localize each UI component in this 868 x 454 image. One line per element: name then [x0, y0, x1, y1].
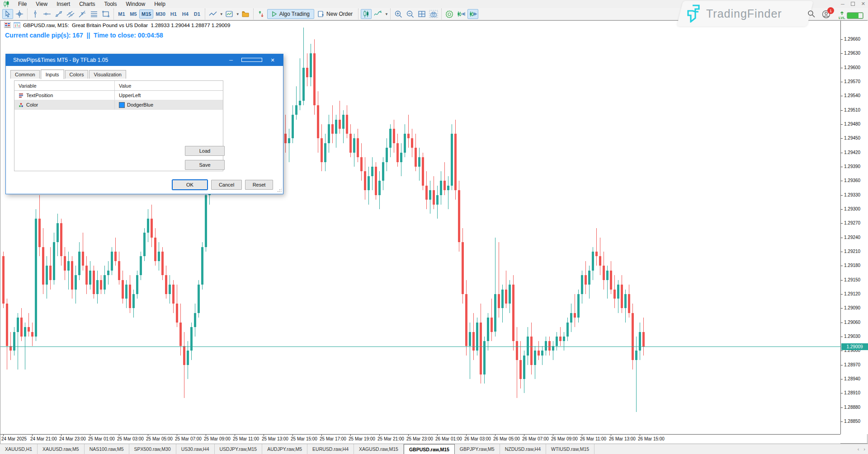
timeframe-m30-button[interactable]: M30 [153, 9, 167, 19]
timeframe-d1-button[interactable]: D1 [191, 9, 203, 19]
candle [122, 271, 124, 304]
candle [129, 275, 131, 313]
window-close-button[interactable]: ✕ [861, 1, 865, 7]
tab-scroll-left-icon[interactable]: ‹ [858, 446, 859, 452]
search-icon[interactable] [807, 10, 815, 19]
menu-item-charts[interactable]: Charts [75, 0, 99, 8]
algo-trading-button[interactable]: Algo Trading [267, 9, 314, 19]
tile-windows-button[interactable] [416, 9, 427, 19]
table-row[interactable]: TextPosition UpperLeft [14, 91, 223, 100]
indicators-caret-icon[interactable]: ▼ [385, 12, 388, 16]
strategy-tester-gear-button[interactable] [444, 9, 455, 19]
dialog-tab-inputs[interactable]: Inputs [41, 70, 64, 79]
y-axis-label: 1.28970 [844, 362, 860, 367]
candle [67, 252, 70, 290]
step-back-button[interactable] [467, 9, 478, 19]
equidistant-channel-tool-button[interactable] [65, 9, 76, 19]
tick-arrows-icon[interactable] [256, 9, 267, 19]
profiles-folder-button[interactable] [240, 9, 251, 19]
menu-item-tools[interactable]: Tools [100, 0, 122, 8]
window-minimize-button[interactable]: ─ [841, 1, 844, 7]
candle [125, 280, 127, 309]
menu-item-help[interactable]: Help [150, 0, 170, 8]
chart-tab-nzdusd-raw-h4[interactable]: NZDUSD.raw,H4 [500, 444, 546, 454]
shapes-tool-button[interactable] [100, 9, 111, 19]
save-button[interactable]: Save [185, 160, 225, 170]
candle [628, 285, 630, 318]
chart-tab-usdjpy-raw-m15[interactable]: USDJPY.raw,M15 [215, 444, 263, 454]
indicators-list-button[interactable] [373, 9, 383, 19]
chart-tab-spx500-raw-m30[interactable]: SPX500.raw,M30 [129, 444, 176, 454]
menu-item-file[interactable]: File [14, 0, 31, 8]
timeframe-m1-button[interactable]: M1 [116, 9, 127, 19]
chart-tab-xauusd-raw-m5[interactable]: XAUUSD.raw,M5 [38, 444, 85, 454]
reset-button[interactable]: Reset [245, 180, 273, 190]
andrews-pitchfork-tool-button[interactable] [77, 9, 88, 19]
chart-tab-xagusd-raw-m15[interactable]: XAGUSD.raw,M15 [354, 444, 404, 454]
chart-tab-gbpjpy-raw-m5[interactable]: GBPJPY.raw,M5 [455, 444, 500, 454]
x-axis-label: 26 Mar 09:00 [551, 436, 578, 441]
new-order-button[interactable]: New Order [314, 9, 356, 19]
trendline-tool-button[interactable] [53, 9, 64, 19]
dialog-tab-common[interactable]: Common [10, 70, 40, 79]
community-user-icon[interactable]: 1 [822, 10, 830, 20]
cursor-tool-button[interactable] [2, 9, 13, 19]
chart-tab-gbpusd-raw-m15[interactable]: GBPUSD.raw,M15 [404, 444, 455, 454]
connection-toggle[interactable] [847, 12, 863, 19]
timeframe-h4-button[interactable]: H4 [179, 9, 191, 19]
indicator-window-button[interactable] [224, 9, 235, 19]
vertical-line-tool-button[interactable] [30, 9, 41, 19]
candle [176, 285, 178, 327]
dialog-tab-visualization[interactable]: Visualization [89, 70, 126, 79]
dialog-resize-grip[interactable] [277, 188, 282, 192]
timeframe-m15-button[interactable]: M15 [139, 9, 153, 19]
time-axis[interactable]: 24 Mar 202524 Mar 21:0024 Mar 23:0025 Ma… [0, 434, 840, 444]
y-axis-tick [841, 110, 843, 111]
cancel-button[interactable]: Cancel [211, 180, 242, 190]
dialog-tab-colors[interactable]: Colors [65, 70, 89, 79]
dialog-maximize-button[interactable] [241, 57, 262, 63]
horizontal-line-tool-button[interactable] [42, 9, 52, 19]
chart-type-line-button[interactable] [208, 9, 218, 19]
y-axis-tick [841, 195, 843, 196]
indicator-caret-icon[interactable]: ▼ [236, 12, 240, 16]
candlestick-chart-button[interactable] [361, 9, 372, 19]
load-button[interactable]: Load [185, 146, 225, 156]
window-restore-button[interactable] [851, 2, 855, 6]
crosshair-tool-button[interactable] [14, 9, 25, 19]
x-axis-tick [321, 435, 322, 436]
dialog-minimize-button[interactable]: ─ [221, 57, 241, 63]
chart-tab-nas100-raw-m5[interactable]: NAS100.raw,M5 [85, 444, 129, 454]
step-forward-button[interactable] [456, 9, 467, 19]
menu-item-view[interactable]: View [31, 0, 52, 8]
dialog-title-bar[interactable]: ShowPips&Times MT5 - By TFLab 1.05 ─ ✕ [6, 54, 283, 66]
candle [429, 181, 431, 214]
tradingfinder-logo-icon [686, 5, 702, 23]
zoom-in-button[interactable] [393, 9, 404, 19]
chart-type-caret-icon[interactable]: ▼ [220, 12, 223, 16]
chart-tab-xauusd-h1[interactable]: XAUUSD,H1 [0, 444, 38, 454]
price-axis[interactable]: 1.296601.296301.296001.295701.295401.295… [840, 21, 868, 434]
candle [194, 304, 196, 337]
y-axis-label: 1.28850 [844, 419, 860, 424]
zoom-out-button[interactable] [405, 9, 415, 19]
candle [172, 280, 175, 313]
x-axis-tick [206, 435, 206, 436]
chart-tab-eurusd-raw-h4[interactable]: EURUSD.raw,H4 [307, 444, 354, 454]
timeframe-h1-button[interactable]: H1 [168, 9, 179, 19]
dialog-close-button[interactable]: ✕ [262, 57, 283, 63]
chart-tab-wtiusd-raw-m15[interactable]: WTIUSD.raw,M15 [546, 444, 594, 454]
menu-item-window[interactable]: Window [122, 0, 150, 8]
fibonacci-tool-button[interactable] [89, 9, 99, 19]
chart-tab-us30-raw-h4[interactable]: US30.raw,H4 [176, 444, 215, 454]
candle [20, 308, 23, 341]
menu-item-insert[interactable]: Insert [52, 0, 75, 8]
tab-scroll-right-icon[interactable]: › [863, 446, 865, 452]
table-row-selected[interactable]: Color DodgerBlue [14, 100, 223, 110]
ok-button[interactable]: OK [172, 180, 208, 190]
screenshot-camera-button[interactable] [428, 9, 439, 19]
timeframe-m5-button[interactable]: M5 [127, 9, 139, 19]
candle [509, 280, 511, 313]
candle [371, 157, 373, 190]
chart-tab-audjpy-raw-m5[interactable]: AUDJPY.raw,M5 [262, 444, 307, 454]
